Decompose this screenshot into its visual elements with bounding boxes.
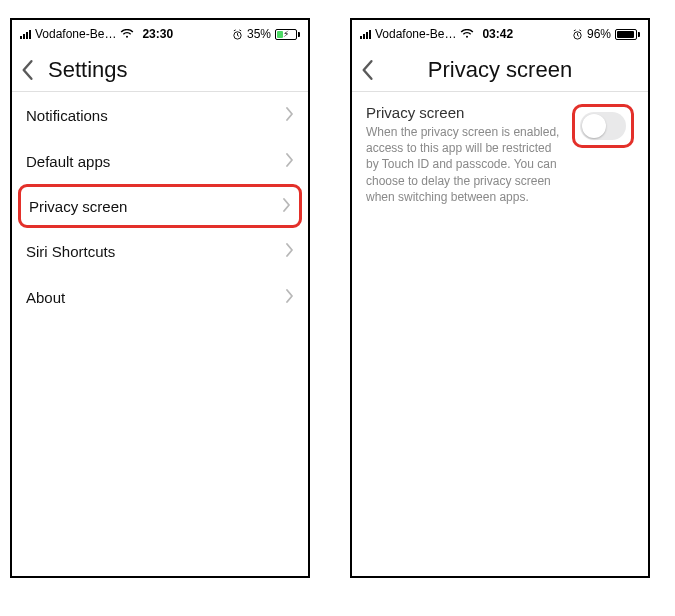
battery-text: 35% [247, 27, 271, 41]
status-bar: Vodafone-Be… 03:42 96% [352, 20, 648, 48]
row-notifications[interactable]: Notifications [12, 92, 308, 138]
page-title: Privacy screen [360, 57, 640, 83]
row-label: Notifications [26, 107, 108, 124]
phone-settings: Vodafone-Be… 23:30 35% ⚡︎ Settings Notif… [10, 18, 310, 578]
row-label: About [26, 289, 65, 306]
page-title: Settings [48, 57, 300, 83]
alarm-icon [572, 29, 583, 40]
toggle-knob [582, 114, 606, 138]
row-label: Siri Shortcuts [26, 243, 115, 260]
time-label: 23:30 [142, 27, 173, 41]
signal-icon [360, 29, 371, 39]
status-bar: Vodafone-Be… 23:30 35% ⚡︎ [12, 20, 308, 48]
chevron-right-icon [286, 289, 294, 306]
wifi-icon [460, 29, 474, 39]
battery-text: 96% [587, 27, 611, 41]
wifi-icon [120, 29, 134, 39]
time-label: 03:42 [482, 27, 513, 41]
row-siri-shortcuts[interactable]: Siri Shortcuts [12, 228, 308, 274]
phone-privacy-screen: Vodafone-Be… 03:42 96% Privacy screen Pr… [350, 18, 650, 578]
row-label: Privacy screen [29, 198, 127, 215]
privacy-screen-toggle[interactable] [580, 112, 626, 140]
highlight-box [572, 104, 634, 148]
setting-title: Privacy screen [366, 104, 564, 121]
carrier-label: Vodafone-Be… [375, 27, 456, 41]
row-privacy-screen[interactable]: Privacy screen [18, 184, 302, 228]
row-label: Default apps [26, 153, 110, 170]
settings-list: Notifications Default apps Privacy scree… [12, 92, 308, 320]
chevron-right-icon [286, 153, 294, 170]
battery-icon [615, 29, 640, 40]
chevron-right-icon [286, 243, 294, 260]
setting-description: When the privacy screen is enabled, acce… [366, 124, 564, 205]
battery-icon: ⚡︎ [275, 29, 300, 40]
signal-icon [20, 29, 31, 39]
privacy-screen-setting: Privacy screen When the privacy screen i… [352, 92, 648, 217]
chevron-right-icon [283, 198, 291, 215]
nav-bar: Privacy screen [352, 48, 648, 92]
alarm-icon [232, 29, 243, 40]
row-default-apps[interactable]: Default apps [12, 138, 308, 184]
back-button[interactable] [20, 59, 48, 81]
chevron-right-icon [286, 107, 294, 124]
carrier-label: Vodafone-Be… [35, 27, 116, 41]
row-about[interactable]: About [12, 274, 308, 320]
nav-bar: Settings [12, 48, 308, 92]
